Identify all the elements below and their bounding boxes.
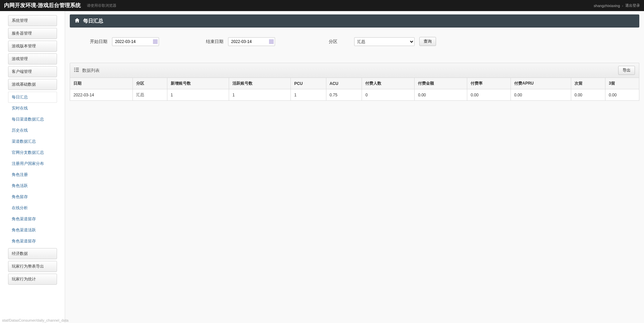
table-cell: 0.00 xyxy=(467,89,511,101)
table-header-row: 日期分区新增账号数活跃账号数PCUACU付费人数付费金额付费率付费APRU次留3… xyxy=(70,78,639,89)
app-title: 内网开发环境-游戏后台管理系统 xyxy=(4,2,81,9)
sidebar-section[interactable]: 玩家行为统计 xyxy=(8,274,57,285)
sidebar-item[interactable]: 历史在线 xyxy=(8,125,57,136)
svg-rect-2 xyxy=(74,70,75,70)
table-header-cell: ACU xyxy=(326,78,362,89)
table-header-cell: 付费APRU xyxy=(511,78,571,89)
table-header-cell: 付费人数 xyxy=(362,78,415,89)
table-cell: 0 xyxy=(362,89,415,101)
filter-end-date: 结束日期 xyxy=(206,37,275,46)
zone-label: 分区 xyxy=(329,39,337,45)
table-cell: 0.75 xyxy=(326,89,362,101)
table-row: 2022-03-14汇总1110.7500.000.000.000.000.00 xyxy=(70,89,639,101)
calendar-icon[interactable] xyxy=(269,39,274,44)
panel-title: 数据列表 xyxy=(82,67,100,74)
sidebar-item[interactable]: 渠道数据汇总 xyxy=(8,136,57,147)
export-button[interactable]: 导出 xyxy=(618,66,635,75)
end-date-input[interactable] xyxy=(228,37,275,46)
sidebar-section[interactable]: 游戏管理 xyxy=(8,53,57,64)
sidebar-item[interactable]: 角色渠道留存 xyxy=(8,214,57,225)
sidebar-item[interactable]: 官网分支数据汇总 xyxy=(8,147,57,158)
table-cell: 0.00 xyxy=(511,89,571,101)
table-header-cell: 付费金额 xyxy=(415,78,467,89)
svg-rect-1 xyxy=(76,68,79,68)
table-header-cell: 次留 xyxy=(571,78,605,89)
filter-zone: 分区 汇总 xyxy=(329,37,415,46)
data-panel-header: 数据列表 导出 xyxy=(70,63,639,78)
table-cell: 2022-03-14 xyxy=(70,89,133,101)
sidebar-item[interactable]: 角色渠道活跃 xyxy=(8,225,57,236)
table-cell: 0.00 xyxy=(571,89,605,101)
sidebar-item[interactable]: 实时在线 xyxy=(8,103,57,114)
sidebar-section[interactable]: 游戏基础数据 xyxy=(8,79,57,90)
chevron-right-icon: › xyxy=(622,4,623,8)
sidebar-section[interactable]: 客户端管理 xyxy=(8,66,57,77)
status-bar: stat/DatasConsumer/daily_channel_data xyxy=(0,318,70,323)
logout-link[interactable]: 退出登录 xyxy=(625,3,640,8)
svg-rect-5 xyxy=(76,71,79,72)
svg-rect-4 xyxy=(74,71,75,72)
page-title: 每日汇总 xyxy=(83,18,103,24)
sidebar-item[interactable]: 角色渠道留存 xyxy=(8,236,57,247)
start-date-input[interactable] xyxy=(112,37,159,46)
end-date-label: 结束日期 xyxy=(206,39,223,45)
filter-row: 开始日期 结束日期 分区 汇总 xyxy=(70,37,639,46)
table-cell: 0.00 xyxy=(605,89,639,101)
username-link[interactable]: shangzhixiaxing xyxy=(594,4,620,8)
zone-select[interactable]: 汇总 xyxy=(354,37,415,46)
sidebar-item[interactable]: 角色活跃 xyxy=(8,180,57,191)
table-header-cell: 新增账号数 xyxy=(167,78,229,89)
table-header-cell: 分区 xyxy=(133,78,167,89)
table-header-cell: PCU xyxy=(291,78,326,89)
calendar-icon[interactable] xyxy=(153,39,158,44)
data-table: 日期分区新增账号数活跃账号数PCUACU付费人数付费金额付费率付费APRU次留3… xyxy=(70,78,639,101)
sidebar-item[interactable]: 角色留存 xyxy=(8,191,57,202)
sidebar-item[interactable]: 每日渠道数据汇总 xyxy=(8,114,57,125)
table-header-cell: 3留 xyxy=(605,78,639,89)
table-cell: 1 xyxy=(167,89,229,101)
list-icon xyxy=(74,67,79,73)
table-header-cell: 付费率 xyxy=(467,78,511,89)
table-header-cell: 活跃账号数 xyxy=(229,78,290,89)
table-cell: 汇总 xyxy=(133,89,167,101)
sidebar-item[interactable]: 角色注册 xyxy=(8,169,57,180)
sidebar-item[interactable]: 每日汇总 xyxy=(8,92,57,103)
sidebar-section[interactable]: 服务器管理 xyxy=(8,28,57,39)
table-body: 2022-03-14汇总1110.7500.000.000.000.000.00 xyxy=(70,89,639,101)
search-button[interactable]: 查询 xyxy=(419,37,436,46)
filter-start-date: 开始日期 xyxy=(90,37,159,46)
browser-tip: 请使用谷歌浏览器 xyxy=(87,3,116,8)
svg-rect-3 xyxy=(76,70,79,70)
home-icon xyxy=(74,18,80,24)
sidebar-item[interactable]: 在线分析 xyxy=(8,202,57,214)
sidebar-item[interactable]: 注册用户国家分布 xyxy=(8,158,57,169)
main-content: 每日汇总 开始日期 结束日期 分区 xyxy=(65,11,644,323)
svg-rect-0 xyxy=(74,68,75,68)
navbar-right: shangzhixiaxing › 退出登录 xyxy=(594,3,640,8)
sidebar-section[interactable]: 系统管理 xyxy=(8,15,57,26)
table-cell: 1 xyxy=(229,89,290,101)
table-header-cell: 日期 xyxy=(70,78,133,89)
top-navbar: 内网开发环境-游戏后台管理系统 请使用谷歌浏览器 shangzhixiaxing… xyxy=(0,0,644,11)
sidebar-section[interactable]: 游戏版本管理 xyxy=(8,41,57,52)
sidebar: 系统管理服务器管理游戏版本管理游戏管理客户端管理游戏基础数据每日汇总实时在线每日… xyxy=(0,11,65,323)
table-cell: 0.00 xyxy=(415,89,467,101)
page-header: 每日汇总 xyxy=(70,14,639,28)
start-date-label: 开始日期 xyxy=(90,39,107,45)
sidebar-section[interactable]: 玩家行为整表导出 xyxy=(8,261,57,272)
table-cell: 1 xyxy=(291,89,326,101)
sidebar-section[interactable]: 经济数据 xyxy=(8,248,57,259)
